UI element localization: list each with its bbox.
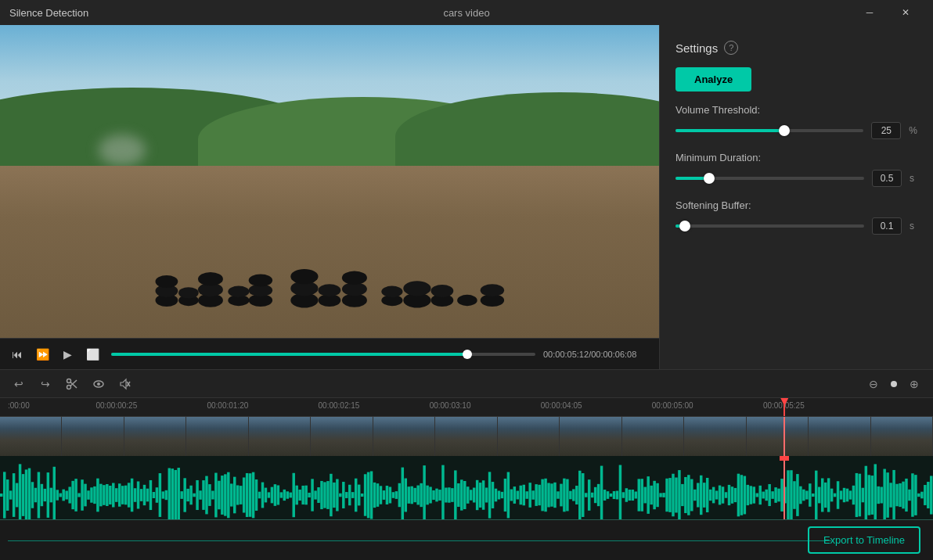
svg-point-26 xyxy=(431,285,454,297)
ruler-mark-3: 00:00:02:15 xyxy=(319,401,360,410)
svg-point-24 xyxy=(403,281,430,296)
minimum-duration-value: 0.5 xyxy=(872,170,902,187)
zoom-out-button[interactable]: ⊖ xyxy=(863,373,884,395)
softening-buffer-value: 0.1 xyxy=(872,217,902,235)
softening-buffer-thumb xyxy=(679,221,690,232)
volume-threshold-unit: % xyxy=(909,125,917,136)
ruler-mark-5: 00:00:04:05 xyxy=(541,401,582,410)
time-display: 00:00:05:12/00:00:06:08 xyxy=(543,350,653,359)
waveform-container xyxy=(0,456,933,519)
svg-point-15 xyxy=(290,269,318,284)
settings-panel: Settings ? Analyze Volume Threshold: 25 … xyxy=(659,25,933,369)
eye-button[interactable] xyxy=(88,373,110,395)
ruler-mark-0: :00:00 xyxy=(8,401,30,410)
progress-thumb xyxy=(463,350,472,359)
thumb-7 xyxy=(373,417,435,456)
timeline-section: ↩ ↪ ⊖ ⊕ xyxy=(0,369,933,560)
mute-button[interactable] xyxy=(114,373,136,395)
ruler-marks: :00:00 00:00:00:25 00:00:01:20 00:00:02:… xyxy=(3,398,930,416)
volume-threshold-label: Volume Threshold: xyxy=(675,104,917,116)
export-to-timeline-button[interactable]: Export to Timeline xyxy=(808,526,920,554)
zoom-in-button[interactable]: ⊕ xyxy=(903,373,925,395)
svg-point-2 xyxy=(156,275,178,288)
svg-point-4 xyxy=(178,287,199,298)
softening-buffer-control: 0.1 s xyxy=(675,217,917,235)
window-controls: ─ ✕ xyxy=(852,0,924,25)
ruler-mark-6: 00:00:05:00 xyxy=(652,401,693,410)
close-button[interactable]: ✕ xyxy=(888,0,924,25)
svg-point-31 xyxy=(67,379,71,382)
volume-threshold-control: 25 % xyxy=(675,122,917,139)
ruler-mark-4: 00:00:03:10 xyxy=(430,401,471,410)
minimum-duration-thumb xyxy=(704,173,715,184)
svg-point-30 xyxy=(67,385,71,389)
thumb-4 xyxy=(186,417,248,456)
thumb-12 xyxy=(684,417,746,456)
file-name: cars video xyxy=(443,7,489,19)
thumb-6 xyxy=(311,417,373,456)
smoke-effect xyxy=(99,135,146,166)
timeline-ruler: :00:00 00:00:00:25 00:00:01:20 00:00:02:… xyxy=(0,398,933,417)
thumb-5 xyxy=(249,417,311,456)
settings-header: Settings ? xyxy=(675,41,917,55)
thumb-15 xyxy=(871,417,933,456)
step-forward-button[interactable]: ⏩ xyxy=(31,343,53,365)
progress-fill xyxy=(111,353,467,356)
time-total: 00:00:06:08 xyxy=(591,350,636,359)
minimize-button[interactable]: ─ xyxy=(852,0,888,25)
svg-point-9 xyxy=(228,286,249,297)
redo-button[interactable]: ↪ xyxy=(34,373,56,395)
minimum-duration-label: Minimum Duration: xyxy=(675,152,917,163)
zoom-controls: ⊖ ⊕ xyxy=(863,373,925,395)
volume-threshold-fill xyxy=(675,129,784,132)
volume-threshold-value: 25 xyxy=(871,122,901,139)
step-back-button[interactable]: ⏮ xyxy=(6,343,28,365)
ruler-playhead xyxy=(784,398,785,416)
export-area: Export to Timeline xyxy=(0,519,933,560)
help-icon[interactable]: ? xyxy=(724,41,738,55)
svg-point-22 xyxy=(381,286,402,297)
volume-threshold-thumb xyxy=(779,125,790,136)
softening-buffer-slider[interactable] xyxy=(675,224,864,228)
settings-title: Settings xyxy=(675,41,718,55)
softening-buffer-label: Softening Buffer: xyxy=(675,199,917,211)
app-title: Silence Detection xyxy=(9,7,88,19)
svg-point-29 xyxy=(481,284,504,296)
minimum-duration-unit: s xyxy=(910,173,917,184)
svg-point-12 xyxy=(249,274,272,286)
titlebar: Silence Detection cars video ─ ✕ xyxy=(0,0,933,25)
video-frame xyxy=(0,25,659,338)
svg-point-20 xyxy=(342,271,367,285)
thumb-14 xyxy=(809,417,870,456)
thumb-8 xyxy=(435,417,497,456)
thumb-10 xyxy=(560,417,621,456)
volume-threshold-row: Volume Threshold: 25 % xyxy=(675,104,917,139)
undo-button[interactable]: ↩ xyxy=(8,373,30,395)
scissors-icon xyxy=(66,378,78,390)
eye-icon xyxy=(92,378,105,390)
softening-buffer-unit: s xyxy=(910,221,917,232)
crop-button[interactable]: ⬜ xyxy=(81,343,103,365)
thumb-2 xyxy=(62,417,124,456)
ruler-mark-2: 00:00:01:20 xyxy=(207,401,248,410)
svg-point-27 xyxy=(457,295,477,306)
waveform-canvas xyxy=(0,456,933,519)
minimum-duration-slider[interactable] xyxy=(675,177,864,180)
thumb-3 xyxy=(124,417,186,456)
svg-point-17 xyxy=(319,284,341,296)
svg-point-35 xyxy=(97,382,100,386)
volume-threshold-slider[interactable] xyxy=(675,129,863,132)
video-section: ⏮ ⏩ ▶ ⬜ 00:00:05:12/00:00:06:08 xyxy=(0,25,659,369)
thumbnail-strip xyxy=(0,417,933,456)
thumb-1 xyxy=(0,417,62,456)
progress-bar[interactable] xyxy=(111,353,535,356)
softening-buffer-row: Softening Buffer: 0.1 s xyxy=(675,199,917,235)
time-current: 00:00:05:12 xyxy=(543,350,589,359)
cut-button[interactable] xyxy=(61,373,83,395)
thumb-9 xyxy=(498,417,560,456)
analyze-button[interactable]: Analyze xyxy=(675,67,751,92)
minimum-duration-row: Minimum Duration: 0.5 s xyxy=(675,152,917,187)
timeline-content[interactable] xyxy=(0,417,933,519)
mute-icon xyxy=(119,378,131,390)
play-button[interactable]: ▶ xyxy=(56,343,78,365)
